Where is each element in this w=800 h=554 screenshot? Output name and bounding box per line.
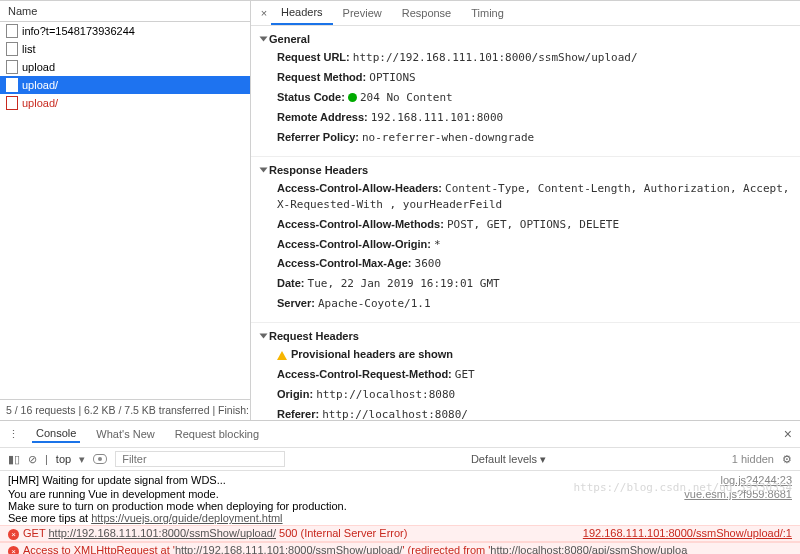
tab-headers[interactable]: Headers (271, 1, 333, 25)
request-detail-panel: × Headers Preview Response Timing Genera… (251, 1, 800, 420)
disclosure-icon (260, 37, 268, 42)
file-icon (6, 42, 18, 56)
link[interactable]: http://localhost:8080/api/ssmShow/uploa (490, 544, 687, 554)
file-icon (6, 78, 18, 92)
value: Tue, 22 Jan 2019 16:19:01 GMT (308, 277, 500, 290)
live-expression-icon[interactable] (93, 454, 107, 464)
tab-preview[interactable]: Preview (333, 2, 392, 24)
context-select[interactable]: top (56, 453, 71, 465)
log-message: ×GET http://192.168.111.101:8000/ssmShow… (8, 527, 577, 540)
log-source-link[interactable]: 192.168.111.101:8000/ssmShow/upload/:1 (577, 527, 792, 540)
disclosure-icon (260, 167, 268, 172)
label: Date: (277, 277, 305, 289)
value: 3600 (415, 257, 442, 270)
log-message: ×Access to XMLHttpRequest at 'http://192… (8, 544, 792, 554)
console-filter-input[interactable] (115, 451, 285, 467)
tab-whats-new[interactable]: What's New (92, 426, 158, 442)
log-levels-select[interactable]: Default levels ▾ (471, 453, 546, 466)
link[interactable]: https://vuejs.org/guide/deployment.html (91, 512, 282, 524)
label: Server: (277, 297, 315, 309)
kebab-menu-icon[interactable]: ⋮ (8, 428, 20, 441)
request-list: info?t=1548173936244 list upload upload/… (0, 22, 250, 399)
log-message: You are running Vue in development mode.… (8, 488, 678, 524)
label: Status Code: (277, 91, 345, 103)
file-icon (6, 96, 18, 110)
section-title: General (269, 33, 310, 45)
value-request-url: http://192.168.111.101:8000/ssmShow/uplo… (353, 51, 638, 64)
file-icon (6, 60, 18, 74)
console-toolbar: ▮▯ ⊘ | top ▾ Default levels ▾ 1 hidden ⚙ (0, 448, 800, 471)
log-message: [HMR] Waiting for update signal from WDS… (8, 474, 714, 486)
label: Access-Control-Allow-Methods: (277, 218, 444, 230)
request-name: list (22, 43, 35, 55)
request-row[interactable]: list (0, 40, 250, 58)
close-icon[interactable]: × (257, 7, 271, 19)
label: Access-Control-Max-Age: (277, 257, 411, 269)
drawer-tabs: ⋮ Console What's New Request blocking × (0, 421, 800, 448)
request-name: upload (22, 61, 55, 73)
label: Access-Control-Allow-Origin: (277, 238, 431, 250)
tab-console[interactable]: Console (32, 425, 80, 443)
section-title: Response Headers (269, 164, 368, 176)
section-title: Request Headers (269, 330, 359, 342)
tab-response[interactable]: Response (392, 2, 462, 24)
value: http://localhost:8080/ (322, 408, 468, 420)
request-row[interactable]: upload (0, 58, 250, 76)
request-row-selected[interactable]: upload/ (0, 76, 250, 94)
clear-console-icon[interactable]: ⊘ (28, 453, 37, 466)
link[interactable]: http://192.168.111.101:8000/ssmShow/uplo… (48, 527, 276, 539)
request-name: upload/ (22, 79, 58, 91)
console-body: [HMR] Waiting for update signal from WDS… (0, 471, 800, 554)
detail-tabs: × Headers Preview Response Timing (251, 1, 800, 26)
section-response-headers: Response Headers Access-Control-Allow-He… (251, 157, 800, 324)
tab-request-blocking[interactable]: Request blocking (171, 426, 263, 442)
hidden-count: 1 hidden (732, 453, 774, 465)
tab-timing[interactable]: Timing (461, 2, 514, 24)
label: Origin: (277, 388, 313, 400)
sidebar-toggle-icon[interactable]: ▮▯ (8, 453, 20, 466)
label: Access-Control-Request-Method: (277, 368, 452, 380)
section-general: General Request URL: http://192.168.111.… (251, 26, 800, 157)
network-request-panel: Name info?t=1548173936244 list upload up… (0, 1, 251, 420)
label: Access-Control-Allow-Headers: (277, 182, 442, 194)
link[interactable]: http://192.168.111.101:8000/ssmShow/uplo… (175, 544, 403, 554)
section-header-request[interactable]: Request Headers (261, 327, 790, 345)
warning-icon (277, 351, 287, 360)
value: GET (455, 368, 475, 381)
label: Referrer Policy: (277, 131, 359, 143)
settings-gear-icon[interactable]: ⚙ (782, 453, 792, 466)
column-header-name[interactable]: Name (0, 1, 250, 22)
console-log-line[interactable]: You are running Vue in development mode.… (0, 487, 800, 525)
log-source-link[interactable]: vue.esm.js?f959:8681 (678, 488, 792, 524)
drawer: ⋮ Console What's New Request blocking × … (0, 420, 800, 554)
section-header-response[interactable]: Response Headers (261, 161, 790, 179)
request-row-error[interactable]: upload/ (0, 94, 250, 112)
label: Referer: (277, 408, 319, 420)
request-row[interactable]: info?t=1548173936244 (0, 22, 250, 40)
section-request-headers: Request Headers Provisional headers are … (251, 323, 800, 420)
value-request-method: OPTIONS (369, 71, 415, 84)
value: Apache-Coyote/1.1 (318, 297, 431, 310)
close-drawer-icon[interactable]: × (784, 426, 792, 442)
request-name: upload/ (22, 97, 58, 109)
value-referrer-policy: no-referrer-when-downgrade (362, 131, 534, 144)
value-status-code: 204 No Content (360, 91, 453, 104)
label: Request URL: (277, 51, 350, 63)
status-dot-icon (348, 93, 357, 102)
label: Request Method: (277, 71, 366, 83)
error-icon: × (8, 546, 19, 554)
file-icon (6, 24, 18, 38)
network-summary: 5 / 16 requests | 6.2 KB / 7.5 KB transf… (0, 399, 250, 420)
provisional-warning: Provisional headers are shown (291, 348, 453, 360)
value: http://localhost:8080 (316, 388, 455, 401)
console-log-line[interactable]: [HMR] Waiting for update signal from WDS… (0, 473, 800, 487)
disclosure-icon (260, 334, 268, 339)
value-remote-address: 192.168.111.101:8000 (371, 111, 503, 124)
section-header-general[interactable]: General (261, 30, 790, 48)
console-error-line[interactable]: ×GET http://192.168.111.101:8000/ssmShow… (0, 525, 800, 542)
console-error-line[interactable]: ×Access to XMLHttpRequest at 'http://192… (0, 542, 800, 554)
label: Remote Address: (277, 111, 368, 123)
log-source-link[interactable]: log.js?4244:23 (714, 474, 792, 486)
value: * (434, 238, 441, 251)
error-icon: × (8, 529, 19, 540)
